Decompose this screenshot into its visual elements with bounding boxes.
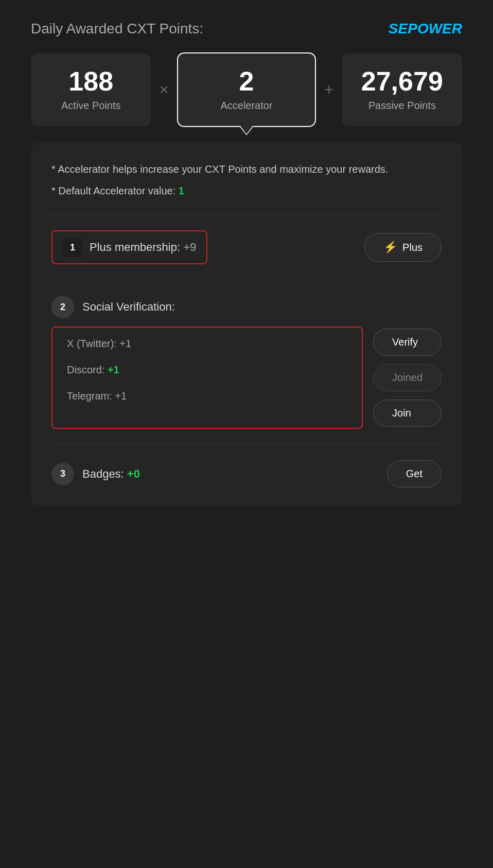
info-line2: * Default Accelerator value: 1 <box>51 183 442 199</box>
social-content: X (Twitter): +1 Discord: +1 Telegram: +1… <box>51 327 442 429</box>
plus-button[interactable]: ⚡ Plus <box>364 233 442 262</box>
multiply-operator: × <box>151 80 177 99</box>
join-button-label: Join <box>392 407 411 419</box>
info-line1: * Accelerator helps increase your CXT Po… <box>51 161 442 177</box>
divider-1 <box>51 214 442 215</box>
joined-button[interactable]: Joined <box>373 364 442 391</box>
twitter-bonus: +1 <box>119 338 131 349</box>
telegram-label: Telegram: <box>67 390 115 402</box>
passive-points-value: 27,679 <box>361 68 444 95</box>
telegram-bonus: +1 <box>115 390 127 402</box>
sepower-logo: SEPOWER <box>389 21 462 37</box>
info-card: * Accelerator helps increase your CXT Po… <box>31 142 462 506</box>
passive-points-box: 27,679 Passive Points <box>342 53 462 126</box>
discord-label: Discord: <box>67 364 108 375</box>
badges-row: 3 Badges: +0 Get <box>51 460 442 487</box>
membership-step-badge: 1 <box>63 238 82 257</box>
divider-2 <box>51 280 442 280</box>
discord-bonus: +1 <box>108 364 119 375</box>
twitter-label: X (Twitter): <box>67 338 119 349</box>
default-value: 1 <box>179 185 184 196</box>
badges-step-badge: 3 <box>51 463 74 485</box>
social-item-telegram: Telegram: +1 <box>67 390 347 402</box>
badges-label: Badges: +0 <box>82 467 140 481</box>
social-step-badge: 2 <box>51 296 74 318</box>
lightning-icon: ⚡ <box>383 241 397 254</box>
add-operator: + <box>316 80 342 99</box>
badges-bonus: +0 <box>127 467 140 480</box>
get-button[interactable]: Get <box>387 460 442 487</box>
social-items-box: X (Twitter): +1 Discord: +1 Telegram: +1 <box>51 327 363 429</box>
membership-label: Plus membership: +9 <box>90 241 196 254</box>
plus-button-label: Plus <box>402 242 422 254</box>
social-item-discord: Discord: +1 <box>67 364 347 376</box>
social-label: Social Verification: <box>82 300 175 314</box>
page-title: Daily Awarded CXT Points: <box>31 21 203 37</box>
divider-3 <box>51 444 442 445</box>
social-buttons: Verify Joined Join <box>373 327 442 429</box>
membership-red-box: 1 Plus membership: +9 <box>51 230 207 264</box>
passive-points-label: Passive Points <box>361 100 444 112</box>
accelerator-box: 2 Accelerator <box>177 52 316 127</box>
badges-left: 3 Badges: +0 <box>51 463 140 485</box>
active-points-box: 188 Active Points <box>31 53 151 126</box>
tooltip-arrow <box>239 126 254 135</box>
accelerator-label: Accelerator <box>197 100 296 112</box>
verify-button[interactable]: Verify <box>373 329 442 356</box>
joined-button-label: Joined <box>392 372 422 384</box>
social-item-twitter: X (Twitter): +1 <box>67 338 347 350</box>
active-points-label: Active Points <box>49 100 132 112</box>
verify-button-label: Verify <box>392 336 418 348</box>
header: Daily Awarded CXT Points: SEPOWER <box>31 21 462 37</box>
membership-row: 1 Plus membership: +9 ⚡ Plus <box>51 230 442 264</box>
active-points-value: 188 <box>49 68 132 95</box>
get-button-label: Get <box>406 468 422 480</box>
social-header-row: 2 Social Verification: <box>51 296 442 318</box>
points-row: 188 Active Points × 2 Accelerator + 27,6… <box>31 52 462 127</box>
social-section: 2 Social Verification: X (Twitter): +1 D… <box>51 296 442 429</box>
accelerator-value: 2 <box>197 68 296 95</box>
join-button[interactable]: Join <box>373 400 442 427</box>
